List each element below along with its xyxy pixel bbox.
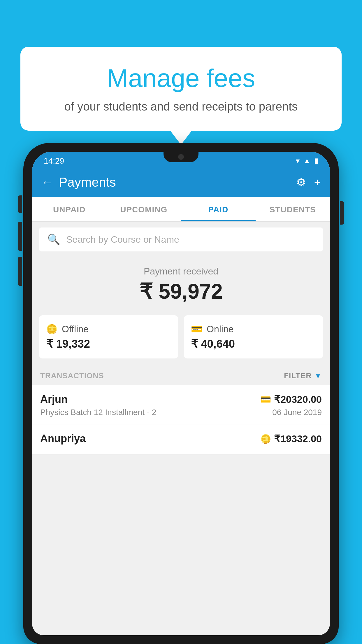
search-icon: 🔍	[47, 233, 60, 246]
volume-up-button	[18, 222, 22, 251]
transaction-amount-2: ₹19332.00	[274, 433, 322, 444]
offline-label: Offline	[62, 324, 89, 335]
table-row[interactable]: Anupriya 🪙 ₹19332.00	[32, 424, 330, 454]
app-bar-actions: ⚙ +	[296, 176, 321, 189]
tab-unpaid[interactable]: UNPAID	[32, 197, 107, 221]
back-button[interactable]: ←	[41, 176, 53, 189]
phone-screen: 14:29 ▾ ▲ ▮ ← Payments ⚙ + UNPAID UPCOMI…	[32, 152, 330, 635]
transactions-header: TRANSACTIONS FILTER ▼	[32, 365, 330, 385]
transaction-top-1: Arjun 💳 ₹20320.00	[40, 393, 322, 405]
offline-payment-card: 🪙 Offline ₹ 19,332	[39, 315, 178, 358]
payment-methods: 🪙 Offline ₹ 19,332 💳 Online ₹ 40,640	[32, 315, 330, 365]
transaction-bottom-1: Physics Batch 12 Installment - 2 06 June…	[40, 408, 322, 417]
table-row[interactable]: Arjun 💳 ₹20320.00 Physics Batch 12 Insta…	[32, 385, 330, 424]
transaction-amount-container-2: 🪙 ₹19332.00	[260, 433, 322, 444]
add-icon[interactable]: +	[314, 176, 321, 189]
search-bar[interactable]: 🔍 Search by Course or Name	[39, 228, 323, 251]
transaction-top-2: Anupriya 🪙 ₹19332.00	[40, 433, 322, 445]
signal-icon: ▲	[303, 156, 311, 165]
search-placeholder: Search by Course or Name	[66, 234, 179, 245]
bubble-title: Manage fees	[44, 64, 318, 92]
volume-down-button	[18, 257, 22, 286]
online-amount: ₹ 40,640	[191, 337, 316, 350]
phone-frame: 14:29 ▾ ▲ ▮ ← Payments ⚙ + UNPAID UPCOMI…	[23, 143, 339, 644]
transaction-date-1: 06 June 2019	[272, 408, 322, 417]
filter-icon: ▼	[314, 372, 322, 380]
transaction-name-1: Arjun	[40, 393, 68, 405]
speech-bubble-container: Manage fees of your students and send re…	[20, 47, 342, 131]
offline-icon: 🪙	[46, 323, 58, 335]
speech-bubble: Manage fees of your students and send re…	[20, 47, 342, 131]
transaction-name-2: Anupriya	[40, 433, 86, 445]
side-button-1	[18, 195, 22, 213]
status-time: 14:29	[44, 156, 64, 166]
transaction-amount-1: ₹20320.00	[274, 393, 322, 405]
online-payment-card: 💳 Online ₹ 40,640	[184, 315, 323, 358]
tab-upcoming[interactable]: UPCOMING	[107, 197, 181, 221]
tab-paid[interactable]: PAID	[181, 197, 256, 221]
offline-card-header: 🪙 Offline	[46, 323, 171, 335]
offline-amount: ₹ 19,332	[46, 337, 171, 350]
cash-icon-2: 🪙	[260, 434, 271, 444]
bubble-subtitle: of your students and send receipts to pa…	[44, 98, 318, 115]
app-bar: ← Payments ⚙ +	[32, 168, 330, 197]
online-label: Online	[207, 324, 234, 335]
wifi-icon: ▾	[296, 156, 300, 165]
payment-received-label: Payment received	[39, 266, 323, 277]
app-bar-title: Payments	[59, 175, 290, 190]
transaction-detail-1: Physics Batch 12 Installment - 2	[40, 408, 156, 417]
payment-received-section: Payment received ₹ 59,972	[32, 257, 330, 315]
card-icon-1: 💳	[260, 394, 271, 405]
settings-icon[interactable]: ⚙	[296, 176, 306, 189]
filter-label: FILTER	[284, 371, 312, 380]
online-icon: 💳	[191, 323, 203, 335]
status-icons: ▾ ▲ ▮	[296, 156, 318, 165]
tabs-container: UNPAID UPCOMING PAID STUDENTS	[32, 197, 330, 222]
phone-notch	[164, 152, 198, 162]
content-area: 🔍 Search by Course or Name Payment recei…	[32, 222, 330, 454]
power-button	[340, 201, 344, 225]
payment-received-amount: ₹ 59,972	[39, 279, 323, 304]
front-camera	[178, 154, 184, 160]
transactions-label: TRANSACTIONS	[40, 371, 104, 380]
online-card-header: 💳 Online	[191, 323, 316, 335]
battery-icon: ▮	[314, 156, 318, 165]
tab-students[interactable]: STUDENTS	[256, 197, 330, 221]
transaction-amount-container-1: 💳 ₹20320.00	[260, 393, 322, 405]
filter-button[interactable]: FILTER ▼	[284, 371, 322, 380]
